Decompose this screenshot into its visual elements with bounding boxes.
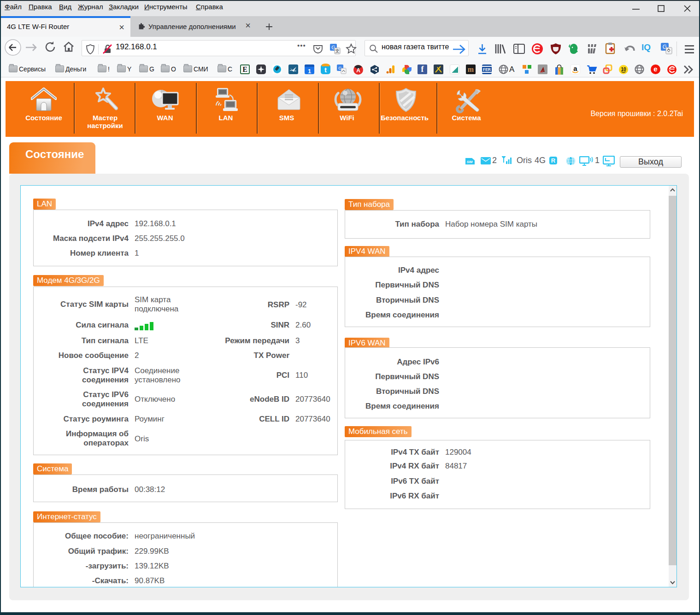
svg-text:A: A [356,67,360,74]
svg-text:SIM: SIM [467,160,473,164]
svg-text:文: 文 [335,48,340,53]
svg-text:10: 10 [621,67,626,72]
svg-text:a: a [573,65,577,72]
svg-text:FER: FER [483,67,491,72]
